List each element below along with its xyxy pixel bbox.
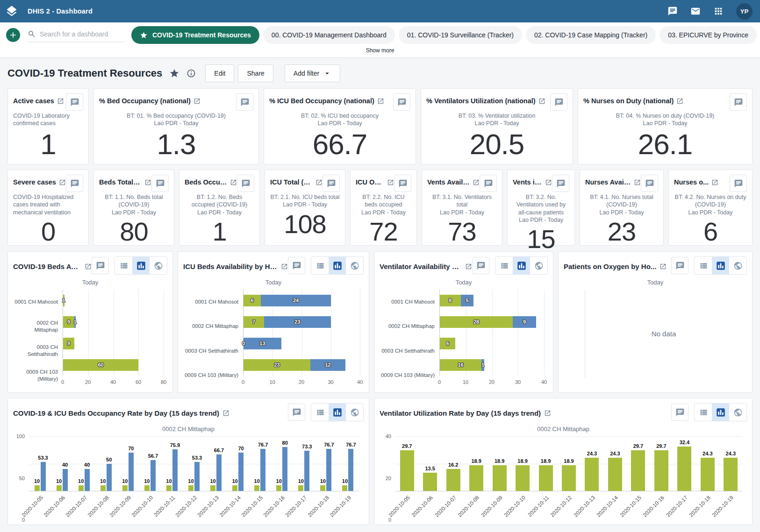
bar[interactable]: 10 (342, 485, 347, 491)
bar[interactable]: 70 (129, 453, 134, 491)
map-view-button[interactable] (729, 404, 746, 421)
bar-segment[interactable]: 8 (440, 295, 461, 306)
bar-segment[interactable]: 7 (244, 316, 264, 328)
open-in-app-button[interactable] (59, 179, 66, 186)
card-comments-button[interactable] (393, 93, 410, 111)
bar[interactable]: 40 (85, 469, 90, 491)
show-more-button[interactable]: Show more (352, 44, 408, 57)
bar[interactable]: 10 (298, 485, 303, 491)
open-in-app-button[interactable] (144, 179, 151, 186)
bar[interactable]: 10 (232, 485, 237, 491)
bar-segment[interactable]: 60 (63, 359, 138, 371)
bar-segment[interactable]: 5 (461, 295, 474, 306)
chart-view-button[interactable] (513, 257, 530, 274)
bar[interactable]: 10 (188, 485, 194, 491)
bar-segment[interactable]: 12 (310, 359, 345, 371)
search-input[interactable] (40, 30, 125, 38)
open-in-app-button[interactable] (315, 179, 323, 186)
open-in-app-button[interactable] (222, 410, 229, 417)
messages-button[interactable] (667, 6, 678, 16)
bar[interactable]: 18.9 (562, 465, 576, 491)
bar[interactable]: 73.3 (304, 451, 309, 491)
open-in-app-button[interactable] (230, 179, 237, 186)
dashboard-chip[interactable]: 01. COVID-19 Surveillance (Tracker) (399, 26, 522, 44)
chart-comments-button[interactable] (288, 257, 305, 274)
bar-segment[interactable]: 1 (481, 359, 484, 371)
bar[interactable]: 10 (79, 485, 84, 491)
bar[interactable]: 24.3 (585, 458, 599, 491)
open-in-app-button[interactable] (545, 179, 552, 186)
card-comments-button[interactable] (641, 175, 658, 192)
bar-segment[interactable]: 6 (244, 295, 261, 306)
new-dashboard-button[interactable] (6, 28, 20, 42)
table-view-button[interactable] (115, 257, 132, 274)
card-comments-button[interactable] (236, 93, 253, 111)
card-comments-button[interactable] (730, 93, 747, 111)
favorite-star-button[interactable] (169, 68, 179, 78)
open-in-app-button[interactable] (676, 98, 683, 105)
chart-view-button[interactable] (712, 257, 729, 274)
bar-segment[interactable]: 23 (264, 316, 331, 328)
dashboard-chip[interactable]: 02. COVID-19 Case Mapping (Tracker) (526, 26, 656, 44)
open-in-app-button[interactable] (387, 179, 394, 186)
card-comments-button[interactable] (394, 175, 411, 192)
card-comments-button[interactable] (66, 93, 83, 111)
chart-view-button[interactable] (329, 404, 346, 421)
apps-menu-button[interactable] (713, 6, 724, 16)
open-in-app-button[interactable] (465, 263, 472, 270)
bar[interactable]: 10 (122, 485, 128, 491)
bar[interactable]: 66.7 (216, 454, 222, 491)
bar[interactable]: 80 (282, 447, 287, 491)
bar[interactable]: 10 (320, 485, 325, 491)
bar-segment[interactable]: 16 (440, 359, 481, 371)
map-view-button[interactable] (729, 257, 746, 274)
email-button[interactable] (690, 6, 701, 16)
bar[interactable]: 18.9 (516, 465, 530, 491)
open-in-app-button[interactable] (57, 98, 64, 105)
bar[interactable]: 24.3 (701, 458, 715, 491)
bar[interactable]: 70 (238, 453, 244, 491)
bar[interactable]: 10 (166, 485, 172, 491)
open-in-app-button[interactable] (544, 410, 551, 417)
add-filter-button[interactable]: Add filter (285, 64, 340, 82)
bar-segment[interactable]: 9 (63, 338, 74, 349)
bar[interactable]: 29.7 (400, 450, 414, 491)
chart-comments-button[interactable] (92, 257, 109, 274)
open-in-app-button[interactable] (711, 179, 718, 186)
dhis2-logo[interactable] (0, 0, 23, 22)
bar[interactable]: 16.2 (446, 469, 460, 491)
dashboard-chip[interactable]: COVID-19 Treatment Resources (131, 26, 259, 44)
map-view-button[interactable] (530, 257, 547, 274)
dashboard-chip[interactable]: 03. EPICURVE by Province (660, 26, 757, 44)
chart-view-button[interactable] (712, 404, 729, 421)
open-in-app-button[interactable] (85, 263, 92, 270)
bar[interactable]: 10 (210, 485, 215, 491)
bar[interactable]: 10 (100, 485, 106, 491)
chart-comments-button[interactable] (671, 257, 688, 274)
chart-comments-button[interactable] (288, 404, 305, 421)
bar[interactable]: 24.3 (724, 458, 738, 491)
card-comments-button[interactable] (237, 175, 254, 192)
chart-view-button[interactable] (329, 257, 346, 274)
bar[interactable]: 75.9 (172, 449, 178, 491)
map-view-button[interactable] (346, 257, 363, 274)
chart-comments-button[interactable] (472, 257, 489, 274)
bar-segment[interactable]: 13 (244, 338, 281, 349)
bar[interactable]: 76.7 (260, 449, 265, 491)
card-comments-button[interactable] (66, 175, 83, 192)
bar[interactable]: 53.3 (41, 462, 46, 491)
bar-segment[interactable]: 23 (244, 359, 310, 371)
bar[interactable]: 18.9 (539, 465, 553, 491)
bar[interactable]: 53.3 (194, 462, 200, 491)
open-in-app-button[interactable] (473, 179, 480, 186)
chart-comments-button[interactable] (671, 404, 688, 421)
card-comments-button[interactable] (550, 93, 567, 111)
bar-segment[interactable]: 1 (63, 295, 65, 306)
bar-segment[interactable]: 9 (63, 316, 74, 328)
table-view-button[interactable] (311, 404, 329, 421)
table-view-button[interactable] (311, 257, 329, 274)
edit-button[interactable]: Edit (205, 64, 234, 82)
bar[interactable]: 32.4 (677, 447, 691, 491)
card-comments-button[interactable] (151, 175, 169, 192)
bar[interactable]: 56.7 (151, 460, 156, 491)
